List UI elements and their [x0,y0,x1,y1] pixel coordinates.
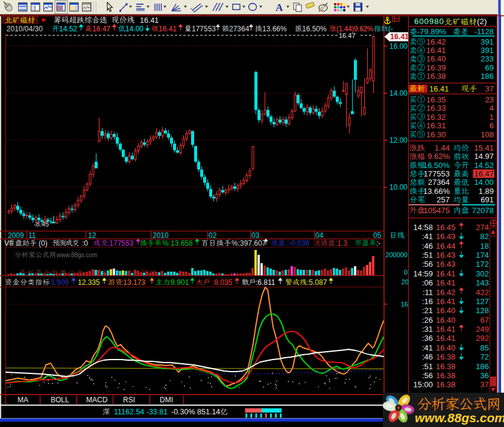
svg-text:27364: 27364 [229,25,250,33]
svg-text:233: 233 [480,54,494,63]
svg-text::-0.036: :-0.036 [287,239,310,248]
svg-text:1: 1 [490,113,494,122]
svg-text:16.41: 16.41 [159,25,177,33]
svg-text::26: :26 [422,316,433,325]
svg-text::46: :46 [422,352,433,361]
svg-text:4: 4 [490,104,494,113]
svg-text:16.41: 16.41 [436,334,456,343]
svg-text:16.41: 16.41 [390,33,409,41]
svg-text:16.31: 16.31 [426,121,446,130]
svg-text:16.41: 16.41 [436,278,456,287]
svg-text:16.00: 16.00 [389,42,408,51]
svg-text:A: A [276,2,283,13]
svg-text:292: 292 [476,334,489,343]
svg-text:16.50%: 16.50% [302,25,327,33]
svg-text:391: 391 [480,46,494,55]
svg-text:0: 0 [404,269,408,276]
svg-text::56: :56 [422,371,433,380]
svg-text:1.89: 1.89 [479,187,494,196]
svg-text:27364: 27364 [428,178,450,187]
svg-text::51: :51 [422,362,433,371]
svg-text:14.00: 14.00 [474,178,494,187]
svg-text:600980: 600980 [414,17,444,26]
svg-text:174: 174 [476,251,489,260]
svg-text:(0): (0) [39,239,48,248]
svg-text:15.41: 15.41 [474,143,494,152]
svg-text:(2): (2) [477,17,487,26]
svg-text:13.66%: 13.66% [262,25,287,33]
svg-text:12: 12 [88,231,96,240]
svg-text:16.47: 16.47 [339,32,356,39]
svg-text::8.035: :8.035 [212,278,233,287]
svg-text::21: :21 [422,306,433,315]
svg-text:04: 04 [315,231,324,240]
svg-text:www.88gs.com: www.88gs.com [56,252,97,258]
svg-text::56: :56 [422,260,433,269]
svg-text:16.30: 16.30 [426,130,446,139]
svg-text:12.00: 12.00 [389,136,408,145]
svg-text:16.42: 16.42 [426,37,446,46]
svg-text:1.44: 1.44 [435,143,450,152]
svg-text::51: :51 [422,251,433,260]
svg-text:16.50%: 16.50% [423,161,450,170]
svg-text:177553: 177553 [192,25,216,33]
svg-text:16.32: 16.32 [426,113,446,122]
svg-text:16.47: 16.47 [474,169,494,178]
svg-text:128: 128 [476,306,489,315]
svg-text:16.41: 16.41 [426,46,446,55]
svg-text:14.52: 14.52 [474,161,494,170]
svg-text:16.40: 16.40 [436,316,456,325]
svg-text:05: 05 [373,231,382,240]
svg-text:14:58: 14:58 [413,223,433,232]
svg-text:105475: 105475 [424,206,450,215]
svg-text::41: :41 [422,232,433,241]
svg-text:16.38: 16.38 [426,72,446,81]
svg-text:16.35: 16.35 [426,95,446,104]
svg-text:3.909: 3.909 [51,278,69,287]
svg-text:03: 03 [251,231,260,240]
svg-text:23: 23 [485,95,494,104]
svg-text:127: 127 [476,297,489,306]
svg-text:MACD: MACD [86,396,108,404]
svg-text:16.44: 16.44 [436,242,456,251]
svg-text:14.00: 14.00 [125,25,143,33]
svg-text:186: 186 [476,362,489,371]
svg-text:16.40: 16.40 [436,306,456,315]
svg-text:14:59: 14:59 [413,269,433,278]
svg-text:16.41: 16.41 [429,84,449,93]
svg-text:14.52: 14.52 [59,25,77,33]
svg-text:82: 82 [480,232,489,241]
svg-text:16.41: 16.41 [436,297,456,306]
svg-text:15:00: 15:00 [413,380,433,389]
svg-text:16.43: 16.43 [436,260,456,269]
svg-text::13.173: :13.173 [121,278,145,287]
svg-text:172: 172 [476,260,489,269]
svg-text:-79.89%: -79.89% [417,27,447,36]
svg-text::-: :- [376,239,380,248]
svg-text:16.40: 16.40 [426,54,446,63]
svg-text:2009: 2009 [8,231,24,240]
svg-text:691: 691 [480,195,494,204]
svg-text::0: :0 [82,239,88,248]
svg-text:72078: 72078 [472,206,494,215]
svg-text:%:13.658: %:13.658 [162,239,193,248]
svg-text:37: 37 [485,84,494,93]
svg-text:16: 16 [401,301,408,308]
svg-text:V: V [4,239,9,248]
svg-text:(-: (- [388,25,393,33]
svg-text:257: 257 [436,195,450,204]
svg-text:11162.54 -33.81: 11162.54 -33.81 [114,408,168,416]
svg-text:10.00: 10.00 [389,183,408,192]
svg-text::11: :11 [423,288,433,297]
svg-text:16.33: 16.33 [426,104,446,113]
svg-text:16.38: 16.38 [436,380,456,389]
svg-text:20: 20 [402,278,409,285]
svg-text:177553: 177553 [424,169,450,178]
svg-text:16.43: 16.43 [436,232,456,241]
svg-text:16.38: 16.38 [436,362,456,371]
svg-text:36: 36 [480,371,489,380]
svg-text::5.087: :5.087 [307,278,327,287]
svg-text:18: 18 [480,242,489,251]
svg-text:72: 72 [480,352,489,361]
svg-text:www.88gs.com: www.88gs.com [415,411,504,425]
